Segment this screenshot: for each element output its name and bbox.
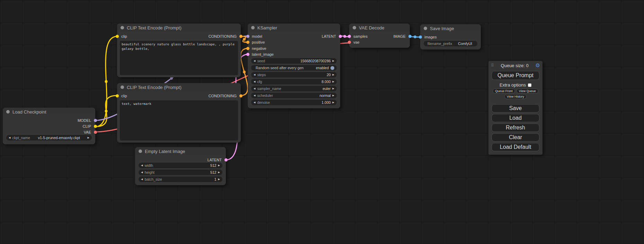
widget-label: batch_size: [144, 177, 162, 181]
node-title: Save Image: [430, 26, 454, 31]
refresh-button[interactable]: Refresh: [492, 124, 539, 132]
view-history-button[interactable]: View History: [504, 94, 527, 99]
increment-arrow-icon[interactable]: ▶: [333, 60, 334, 62]
view-queue-button[interactable]: View Queue: [517, 89, 538, 93]
samples-input-port[interactable]: [348, 35, 351, 38]
node-clip-text-encode-positive[interactable]: CLIP Text Encode (Prompt) clip CONDITION…: [117, 24, 241, 77]
input-label-images: images: [424, 35, 436, 39]
decrement-arrow-icon[interactable]: ◀: [254, 60, 255, 62]
negative-input-port[interactable]: [246, 47, 249, 50]
node-empty-latent-image[interactable]: Empty Latent Image LATENT ◀ width 512 ▶ …: [135, 147, 226, 185]
drag-handle-icon[interactable]: ⠿: [491, 63, 494, 68]
load-default-button[interactable]: Load Default: [492, 143, 539, 151]
comfy-menu-panel[interactable]: ⠿ Queue size: 0 ⚙ Queue Prompt Extra opt…: [488, 61, 542, 155]
node-save-image[interactable]: Save Image images filename_prefix ComfyU…: [420, 24, 481, 49]
extra-options-label: Extra options: [500, 82, 526, 88]
increment-arrow-icon[interactable]: ▶: [333, 101, 334, 104]
collapse-dot-icon[interactable]: [353, 26, 356, 29]
input-label-latent-image: latent_image: [252, 52, 274, 56]
node-title-bar[interactable]: KSampler: [248, 24, 340, 32]
node-title-bar[interactable]: Empty Latent Image: [135, 147, 226, 155]
node-title-bar[interactable]: Save Image: [420, 24, 481, 33]
widget-value: euler: [323, 87, 330, 91]
increment-arrow-icon[interactable]: ▶: [333, 94, 334, 97]
widget-value: enabled: [316, 66, 329, 70]
queue-front-button[interactable]: Queue Front: [493, 89, 515, 93]
queue-prompt-button[interactable]: Queue Prompt: [492, 71, 539, 80]
node-vae-decode[interactable]: VAE Decode samples IMAGE vae: [349, 24, 410, 48]
decrement-arrow-icon[interactable]: ◀: [254, 88, 255, 90]
clip-output-port[interactable]: [94, 125, 97, 128]
decrement-arrow-icon[interactable]: ◀: [254, 101, 255, 104]
increment-arrow-icon[interactable]: ▶: [333, 81, 334, 83]
node-title-bar[interactable]: CLIP Text Encode (Prompt): [117, 24, 241, 32]
wire-dot-positive: [243, 38, 246, 41]
seed-widget[interactable]: ◀ seed 156680208700286 ▶: [251, 58, 337, 64]
height-widget[interactable]: ◀ height 512 ▶: [139, 170, 222, 175]
batch-size-widget[interactable]: ◀ batch_size 1 ▶: [139, 177, 222, 182]
latent-output-port[interactable]: [224, 158, 228, 161]
decrement-arrow-icon[interactable]: ◀: [9, 137, 10, 139]
latent-image-input-port[interactable]: [246, 53, 249, 56]
clear-button[interactable]: Clear: [492, 133, 539, 142]
ckpt-name-widget[interactable]: ◀ ckpt_name v1-5-pruned-emaonly.ckpt ▶: [6, 135, 92, 141]
node-title: Empty Latent Image: [145, 149, 185, 154]
positive-prompt-textarea[interactable]: beautiful scenery nature glass bottle la…: [120, 41, 238, 75]
conditioning-output-port[interactable]: [239, 94, 242, 97]
model-input-port[interactable]: [246, 35, 249, 38]
increment-arrow-icon[interactable]: ▶: [333, 88, 334, 90]
widget-value: 20: [327, 73, 331, 77]
node-ksampler[interactable]: KSampler model LATENT positive negative …: [248, 24, 340, 108]
conditioning-output-port[interactable]: [239, 35, 242, 38]
increment-arrow-icon[interactable]: ▶: [333, 74, 334, 76]
negative-prompt-textarea[interactable]: text, watermark: [120, 100, 238, 141]
decrement-arrow-icon[interactable]: ◀: [254, 74, 255, 76]
node-title-bar[interactable]: Load Checkpoint: [3, 108, 95, 116]
vae-output-port[interactable]: [94, 130, 97, 134]
output-label-latent: LATENT: [208, 158, 222, 162]
sampler-name-widget[interactable]: ◀ sampler_name euler ▶: [251, 86, 337, 91]
save-button[interactable]: Save: [492, 104, 539, 112]
decrement-arrow-icon[interactable]: ◀: [254, 94, 255, 97]
collapse-dot-icon[interactable]: [121, 85, 124, 89]
node-graph-canvas[interactable]: Load Checkpoint MODEL CLIP VAE ◀ ckpt_na…: [0, 0, 644, 244]
decrement-arrow-icon[interactable]: ◀: [141, 164, 143, 167]
extra-options-checkbox[interactable]: [528, 83, 531, 87]
wire-dot-clip-negative: [105, 110, 108, 112]
settings-gear-icon[interactable]: ⚙: [536, 62, 540, 69]
model-output-port[interactable]: [94, 119, 97, 122]
filename-prefix-widget[interactable]: filename_prefix ComfyUI: [424, 41, 477, 46]
vae-input-port[interactable]: [348, 41, 351, 44]
increment-arrow-icon[interactable]: ▶: [218, 178, 220, 181]
collapse-dot-icon[interactable]: [424, 27, 427, 30]
node-title: VAE Decode: [359, 25, 384, 30]
load-button[interactable]: Load: [492, 114, 539, 122]
cfg-widget[interactable]: ◀ cfg 8.000 ▶: [251, 79, 337, 84]
collapse-dot-icon[interactable]: [6, 110, 10, 114]
node-load-checkpoint[interactable]: Load Checkpoint MODEL CLIP VAE ◀ ckpt_na…: [3, 108, 95, 144]
width-widget[interactable]: ◀ width 512 ▶: [139, 163, 222, 168]
toggle-dot-icon[interactable]: [330, 66, 334, 70]
latent-output-port[interactable]: [339, 35, 342, 38]
positive-input-port[interactable]: [246, 41, 249, 44]
steps-widget[interactable]: ◀ steps 20 ▶: [251, 72, 337, 78]
increment-arrow-icon[interactable]: ▶: [218, 164, 220, 167]
clip-input-port[interactable]: [116, 35, 119, 38]
decrement-arrow-icon[interactable]: ◀: [141, 171, 143, 174]
images-input-port[interactable]: [419, 35, 422, 38]
denoise-widget[interactable]: ◀ denoise 1.000 ▶: [251, 100, 337, 105]
collapse-dot-icon[interactable]: [139, 150, 142, 153]
node-clip-text-encode-negative[interactable]: CLIP Text Encode (Prompt) clip CONDITION…: [117, 83, 241, 143]
random-seed-toggle-widget[interactable]: Random seed after every gen enabled: [251, 65, 337, 71]
node-title-bar[interactable]: CLIP Text Encode (Prompt): [117, 83, 241, 91]
clip-input-port[interactable]: [116, 94, 119, 97]
image-output-port[interactable]: [408, 35, 412, 38]
node-title-bar[interactable]: VAE Decode: [349, 24, 410, 32]
collapse-dot-icon[interactable]: [121, 26, 124, 29]
increment-arrow-icon[interactable]: ▶: [218, 171, 220, 174]
increment-arrow-icon[interactable]: ▶: [88, 137, 89, 139]
scheduler-widget[interactable]: ◀ scheduler normal ▶: [251, 93, 337, 98]
decrement-arrow-icon[interactable]: ◀: [254, 81, 255, 83]
decrement-arrow-icon[interactable]: ◀: [141, 178, 143, 181]
collapse-dot-icon[interactable]: [251, 26, 255, 29]
